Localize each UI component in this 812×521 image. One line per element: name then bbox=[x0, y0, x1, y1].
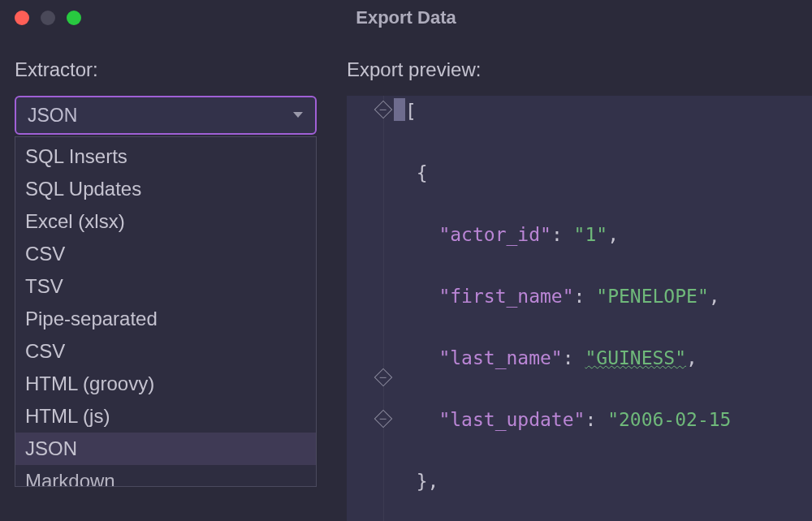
fold-handle-icon[interactable] bbox=[374, 368, 393, 387]
zoom-window-icon[interactable] bbox=[67, 11, 81, 25]
dropdown-option[interactable]: CSV bbox=[15, 238, 316, 270]
editor-gutter bbox=[347, 96, 384, 521]
dropdown-option[interactable]: Markdown bbox=[15, 465, 316, 487]
fold-handle-icon[interactable] bbox=[374, 101, 393, 119]
dropdown-option[interactable]: HTML (js) bbox=[15, 400, 316, 433]
dropdown-option[interactable]: HTML (groovy) bbox=[15, 368, 316, 400]
text-cursor bbox=[394, 98, 405, 121]
close-window-icon[interactable] bbox=[15, 11, 29, 25]
preview-label: Export preview: bbox=[347, 58, 812, 81]
extractor-dropdown[interactable]: SQL InsertsSQL UpdatesExcel (xlsx)CSVTSV… bbox=[15, 136, 317, 487]
chevron-down-icon bbox=[292, 111, 304, 119]
export-preview-editor[interactable]: [ { "actor_id": "1", "first_name": "PENE… bbox=[347, 96, 812, 521]
dropdown-option[interactable]: CSV bbox=[15, 335, 316, 368]
code-content: [ { "actor_id": "1", "first_name": "PENE… bbox=[394, 96, 812, 521]
fold-handle-icon[interactable] bbox=[374, 410, 393, 428]
titlebar: Export Data bbox=[0, 0, 812, 36]
extractor-label: Extractor: bbox=[15, 58, 327, 81]
extractor-selected-value: JSON bbox=[28, 105, 77, 127]
dropdown-option[interactable]: Pipe-separated bbox=[15, 303, 316, 335]
dropdown-option[interactable]: JSON bbox=[15, 433, 316, 465]
dropdown-option[interactable]: TSV bbox=[15, 270, 316, 303]
traffic-lights bbox=[0, 11, 81, 25]
dropdown-option[interactable]: Excel (xlsx) bbox=[15, 205, 316, 238]
dropdown-option[interactable]: SQL Updates bbox=[15, 173, 316, 205]
dropdown-option[interactable]: SQL Inserts bbox=[15, 140, 316, 173]
minimize-window-icon[interactable] bbox=[41, 11, 55, 25]
window-title: Export Data bbox=[0, 7, 812, 28]
extractor-combobox[interactable]: JSON bbox=[15, 96, 317, 135]
